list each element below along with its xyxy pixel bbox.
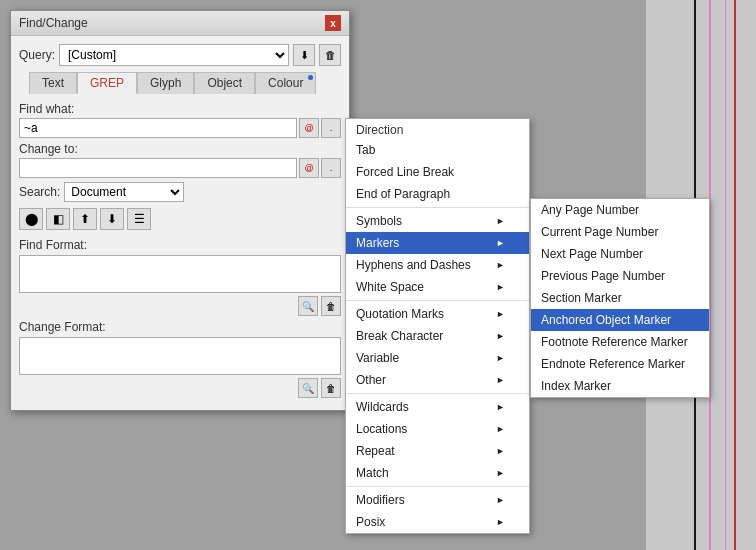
tabs-bar: Text GREP Glyph Object Colour: [19, 72, 341, 94]
submenu-index-marker[interactable]: Index Marker: [531, 375, 709, 397]
change-to-input-row: @ .: [19, 158, 341, 178]
symbols-arrow: ►: [496, 216, 505, 226]
menu-item-tab[interactable]: Tab: [346, 139, 529, 161]
find-format-delete-button[interactable]: 🗑: [321, 296, 341, 316]
menu-item-repeat[interactable]: Repeat ►: [346, 440, 529, 462]
wildcards-arrow: ►: [496, 402, 505, 412]
toolbar-btn-4[interactable]: ⬇: [100, 208, 124, 230]
submenu-footnote-reference-marker[interactable]: Footnote Reference Marker: [531, 331, 709, 353]
query-row: Query: [Custom] ⬇ 🗑: [19, 44, 341, 66]
repeat-arrow: ►: [496, 446, 505, 456]
toolbar-row: ⬤ ◧ ⬆ ⬇ ☰: [19, 208, 341, 230]
menu-item-posix[interactable]: Posix ►: [346, 511, 529, 533]
menu-item-hyphens-dashes[interactable]: Hyphens and Dashes ►: [346, 254, 529, 276]
tab-grep[interactable]: GREP: [77, 72, 137, 94]
menu-item-other[interactable]: Other ►: [346, 369, 529, 391]
break-char-arrow: ►: [496, 331, 505, 341]
line-red: [734, 0, 736, 550]
change-to-input[interactable]: [19, 158, 297, 178]
divider-3: [346, 393, 529, 394]
find-format-icons: 🔍 🗑: [19, 296, 341, 316]
divider-2: [346, 300, 529, 301]
find-what-label: Find what:: [19, 102, 341, 116]
toolbar-btn-5[interactable]: ☰: [127, 208, 151, 230]
change-to-extra-button[interactable]: .: [321, 158, 341, 178]
hyphens-arrow: ►: [496, 260, 505, 270]
find-what-picker-button[interactable]: @: [299, 118, 319, 138]
change-format-section: Change Format: 🔍 🗑: [19, 320, 341, 398]
tab-colour[interactable]: Colour: [255, 72, 316, 94]
direction-header: Direction: [346, 119, 529, 139]
divider-4: [346, 486, 529, 487]
dialog-body: Query: [Custom] ⬇ 🗑 Text GREP Glyph Obje…: [11, 36, 349, 410]
find-what-input[interactable]: [19, 118, 297, 138]
find-format-search-button[interactable]: 🔍: [298, 296, 318, 316]
change-to-row: Change to: @ .: [19, 142, 341, 178]
menu-item-markers[interactable]: Markers ►: [346, 232, 529, 254]
save-query-button[interactable]: ⬇: [293, 44, 315, 66]
menu-item-locations[interactable]: Locations ►: [346, 418, 529, 440]
menu-item-end-of-paragraph[interactable]: End of Paragraph: [346, 183, 529, 205]
change-to-label: Change to:: [19, 142, 341, 156]
toolbar-btn-2[interactable]: ◧: [46, 208, 70, 230]
menu-item-white-space[interactable]: White Space ►: [346, 276, 529, 298]
find-what-row: Find what: @ .: [19, 102, 341, 138]
tab-text[interactable]: Text: [29, 72, 77, 94]
posix-arrow: ►: [496, 517, 505, 527]
other-arrow: ►: [496, 375, 505, 385]
toolbar-btn-1[interactable]: ⬤: [19, 208, 43, 230]
locations-arrow: ►: [496, 424, 505, 434]
submenu-section-marker[interactable]: Section Marker: [531, 287, 709, 309]
menu-item-symbols[interactable]: Symbols ►: [346, 210, 529, 232]
match-arrow: ►: [496, 468, 505, 478]
menu-item-variable[interactable]: Variable ►: [346, 347, 529, 369]
close-button[interactable]: x: [325, 15, 341, 31]
find-what-input-row: @ .: [19, 118, 341, 138]
main-dropdown: Direction Tab Forced Line Break End of P…: [345, 118, 530, 534]
menu-item-match[interactable]: Match ►: [346, 462, 529, 484]
change-format-search-button[interactable]: 🔍: [298, 378, 318, 398]
dialog-title: Find/Change: [19, 16, 88, 30]
search-row: Search: Document: [19, 182, 341, 202]
menu-item-quotation-marks[interactable]: Quotation Marks ►: [346, 303, 529, 325]
find-what-extra-button[interactable]: .: [321, 118, 341, 138]
tab-glyph[interactable]: Glyph: [137, 72, 194, 94]
submenu-any-page-number[interactable]: Any Page Number: [531, 199, 709, 221]
submenu-previous-page-number[interactable]: Previous Page Number: [531, 265, 709, 287]
find-format-section: Find Format: 🔍 🗑: [19, 238, 341, 316]
toolbar-btn-3[interactable]: ⬆: [73, 208, 97, 230]
quotation-arrow: ►: [496, 309, 505, 319]
menu-item-modifiers[interactable]: Modifiers ►: [346, 489, 529, 511]
delete-query-button[interactable]: 🗑: [319, 44, 341, 66]
submenu-endnote-reference-marker[interactable]: Endnote Reference Marker: [531, 353, 709, 375]
query-label: Query:: [19, 48, 55, 62]
menu-item-wildcards[interactable]: Wildcards ►: [346, 396, 529, 418]
line-pink2: [725, 0, 726, 550]
find-format-box: [19, 255, 341, 293]
change-to-picker-button[interactable]: @: [299, 158, 319, 178]
change-format-label: Change Format:: [19, 320, 341, 334]
change-format-box: [19, 337, 341, 375]
menu-item-forced-line-break[interactable]: Forced Line Break: [346, 161, 529, 183]
dialog-titlebar: Find/Change x: [11, 11, 349, 36]
search-label: Search:: [19, 185, 60, 199]
find-format-label: Find Format:: [19, 238, 341, 252]
divider-1: [346, 207, 529, 208]
dropdown-container: Direction Tab Forced Line Break End of P…: [345, 118, 530, 534]
query-select[interactable]: [Custom]: [59, 44, 289, 66]
markers-arrow: ►: [496, 238, 505, 248]
submenu-current-page-number[interactable]: Current Page Number: [531, 221, 709, 243]
change-format-delete-button[interactable]: 🗑: [321, 378, 341, 398]
search-select[interactable]: Document: [64, 182, 184, 202]
submenu-anchored-object-marker[interactable]: Anchored Object Marker: [531, 309, 709, 331]
variable-arrow: ►: [496, 353, 505, 363]
tab-object[interactable]: Object: [194, 72, 255, 94]
submenu-next-page-number[interactable]: Next Page Number: [531, 243, 709, 265]
white-space-arrow: ►: [496, 282, 505, 292]
find-change-dialog: Find/Change x Query: [Custom] ⬇ 🗑 Text G…: [10, 10, 350, 411]
markers-submenu: Any Page Number Current Page Number Next…: [530, 198, 710, 398]
menu-item-break-character[interactable]: Break Character ►: [346, 325, 529, 347]
modifiers-arrow: ►: [496, 495, 505, 505]
change-format-icons: 🔍 🗑: [19, 378, 341, 398]
